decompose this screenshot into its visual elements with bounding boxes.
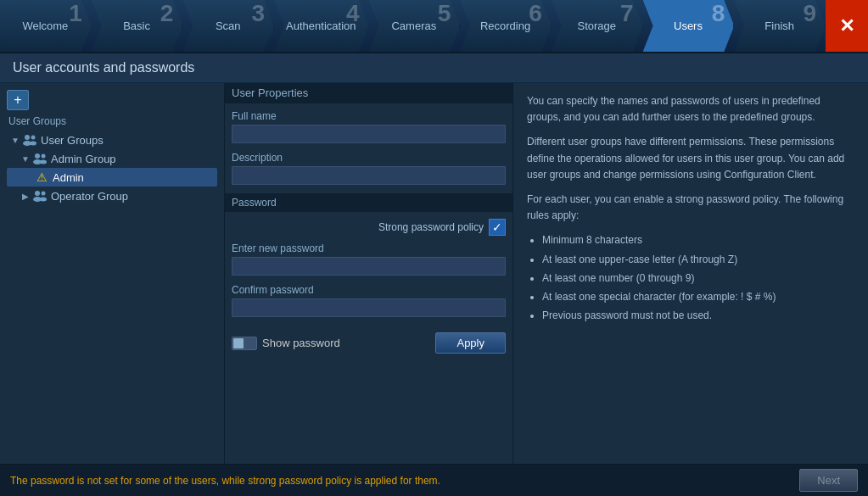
confirm-password-input[interactable] [232, 298, 506, 317]
admin-group-icon [32, 152, 48, 165]
step-finish-label: Finish [764, 20, 794, 32]
next-button[interactable]: Next [799, 469, 858, 492]
full-name-group: Full name [232, 110, 506, 143]
confirm-password-group: Confirm password [232, 284, 506, 317]
enter-password-group: Enter new password [232, 242, 506, 276]
warning-icon: ⚠ [34, 170, 49, 184]
users-group-icon [22, 133, 37, 147]
apply-button[interactable]: Apply [435, 332, 506, 354]
rule-3: At least one number (0 through 9) [542, 270, 854, 287]
enter-password-input[interactable] [232, 257, 506, 276]
enter-password-label: Enter new password [232, 242, 506, 254]
tree-item-user-groups[interactable]: ▼ User Groups [7, 131, 217, 149]
operator-group-label: Operator Group [51, 190, 128, 203]
info-para2: Different user groups have different per… [527, 134, 854, 183]
full-name-label: Full name [232, 110, 506, 122]
user-groups-tree-label: User Groups [41, 134, 104, 147]
toggle-thumb [233, 338, 244, 348]
show-password-label: Show password [262, 337, 340, 349]
step-users[interactable]: 8 Users [643, 0, 735, 52]
step-cameras-label: Cameras [391, 20, 436, 32]
step-storage-label: Storage [578, 20, 617, 32]
description-input[interactable] [232, 166, 506, 185]
content-area: + User Groups ▼ User Groups [0, 83, 868, 464]
user-tree: ▼ User Groups ▼ [7, 131, 217, 457]
step-recording-label: Recording [480, 20, 530, 32]
tree-item-operator-group[interactable]: ▶ Operator Group [7, 187, 217, 205]
confirm-password-label: Confirm password [232, 284, 506, 296]
bottom-bar: The password is not set for some of the … [0, 464, 868, 496]
properties-header: User Properties [225, 83, 512, 103]
left-panel: + User Groups ▼ User Groups [0, 83, 225, 464]
user-properties-panel: User Properties Full name Description Pa… [225, 83, 513, 464]
step-basic-label: Basic [123, 20, 150, 32]
step-finish[interactable]: 9 Finish [734, 0, 826, 52]
main-content: User accounts and passwords + User Group… [0, 53, 868, 496]
rule-1: Minimum 8 characters [542, 232, 854, 248]
svg-point-2 [31, 136, 36, 140]
info-panel: You can specify the names and passwords … [513, 83, 868, 464]
step-scan[interactable]: 3 Scan [182, 0, 274, 52]
info-para1: You can specify the names and passwords … [527, 93, 854, 125]
page-title: User accounts and passwords [0, 53, 868, 83]
bottom-warning: The password is not set for some of the … [10, 475, 440, 487]
step-users-label: Users [674, 20, 703, 32]
step-storage[interactable]: 7 Storage [552, 0, 643, 52]
description-label: Description [232, 152, 506, 164]
step-scan-label: Scan [216, 20, 241, 32]
show-password-row: Show password Apply [232, 332, 506, 354]
expand-icon: ▼ [10, 135, 20, 145]
step-auth-label: Authentication [286, 20, 356, 32]
expand-admin-icon: ▼ [20, 153, 31, 164]
full-name-input[interactable] [232, 125, 506, 143]
admin-label: Admin [53, 171, 84, 184]
password-rules-list: Minimum 8 characters At least one upper-… [527, 232, 854, 324]
svg-point-4 [35, 153, 40, 159]
svg-point-11 [40, 198, 47, 202]
strong-password-row: Strong password policy ✓ [232, 219, 506, 236]
top-navigation: 1 Welcome 2 Basic 3 Scan 4 Authenticatio… [0, 0, 868, 53]
step-welcome-label: Welcome [22, 20, 68, 32]
expand-operator-icon: ▶ [20, 191, 31, 201]
password-section-label: Password [225, 193, 512, 212]
rule-4: At least one special character (for exam… [542, 289, 854, 305]
svg-point-7 [40, 160, 47, 164]
close-button[interactable]: ✕ [826, 0, 868, 52]
svg-point-6 [42, 154, 46, 159]
show-password-toggle[interactable] [232, 337, 257, 350]
tree-item-admin[interactable]: ⚠ Admin [7, 168, 217, 187]
step-welcome[interactable]: 1 Welcome [0, 0, 92, 52]
info-para3: For each user, you can enable a strong p… [527, 192, 854, 224]
svg-point-0 [25, 135, 30, 140]
bottom-right: Next [799, 469, 858, 492]
strong-password-checkbox[interactable]: ✓ [489, 219, 506, 236]
step-cameras[interactable]: 5 Cameras [369, 0, 461, 52]
add-user-button[interactable]: + [7, 90, 29, 110]
svg-point-8 [35, 191, 40, 196]
strong-password-label: Strong password policy [378, 221, 484, 233]
rule-2: At least one upper-case letter (A throug… [542, 252, 854, 268]
tree-item-admin-group[interactable]: ▼ Admin Group [7, 149, 217, 168]
svg-point-3 [30, 142, 36, 146]
admin-group-label: Admin Group [51, 153, 116, 165]
step-basic[interactable]: 2 Basic [92, 0, 183, 52]
step-authentication[interactable]: 4 Authentication [274, 0, 368, 52]
svg-point-10 [42, 192, 46, 196]
operator-group-icon [32, 189, 48, 203]
step-recording[interactable]: 6 Recording [460, 0, 552, 52]
rule-5: Previous password must not be used. [542, 308, 854, 324]
description-group: Description [232, 152, 506, 185]
show-password-left: Show password [232, 337, 340, 350]
user-groups-label: User Groups [7, 115, 217, 127]
